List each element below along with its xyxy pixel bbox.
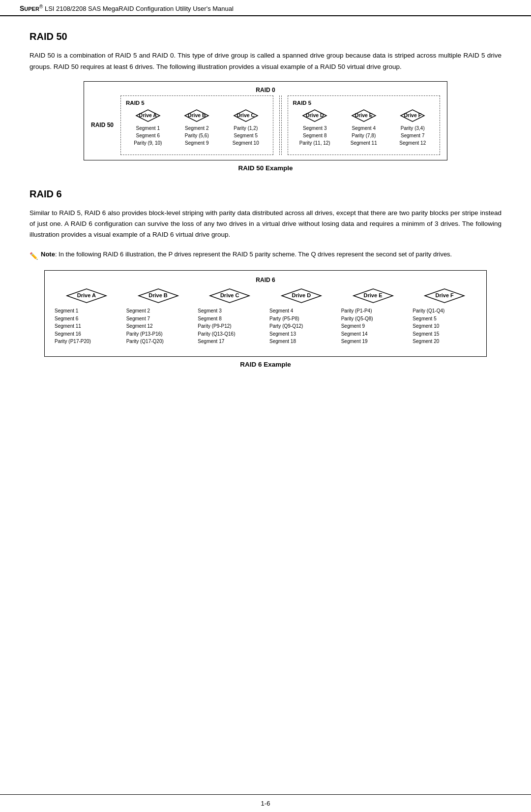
raid6-diagram: RAID 6 Drive A Segment 1Segment 6: [44, 270, 487, 357]
drive-b-diamond: Drive B: [181, 109, 212, 123]
drives-left-row: Drive A Segment 1Segment 6Parity (9, 10): [126, 109, 268, 147]
drive-c-label: Drive C: [236, 112, 255, 118]
raid5-right-label: RAID 5: [293, 100, 435, 106]
raid5-left-label: RAID 5: [126, 100, 268, 106]
header-title: LSI 2108/2208 SAS MegaRAID Configuration…: [45, 5, 234, 12]
raid6-title: RAID 6: [30, 188, 502, 200]
brand: SUPER®: [20, 5, 45, 12]
raid6-drive-c: Drive C Segment 3Segment 8Parity (P9-P12…: [196, 287, 264, 345]
drive-a-segments: Segment 1Segment 6Parity (9, 10): [134, 125, 162, 147]
raid6-drive-e-label: Drive E: [364, 292, 383, 298]
raid6-drive-f-label: Drive F: [436, 292, 454, 298]
raid6-diagram-container: RAID 6 Drive A Segment 1Segment 6: [30, 270, 502, 380]
raid6-drive-a: Drive A Segment 1Segment 6Segment 11Segm…: [53, 287, 120, 345]
raid6-drive-f-diamond: Drive F: [420, 287, 469, 304]
note-icon: ✏️: [30, 250, 38, 261]
drive-c-segments: Parity (1,2)Segment 5Segment 10: [233, 125, 259, 147]
drive-b-segments: Segment 2Parity (5,6)Segment 9: [185, 125, 209, 147]
raid50-left-label: RAID 50: [91, 95, 114, 155]
drive-f-diamond: Drive F: [397, 109, 428, 123]
drive-b-label: Drive B: [188, 112, 206, 118]
page-header: SUPER® LSI 2108/2208 SAS MegaRAID Config…: [0, 0, 531, 16]
raid50-caption: RAID 50 Example: [238, 164, 293, 172]
raid6-drive-b: Drive B Segment 2Segment 7Segment 12Pari…: [124, 287, 192, 345]
raid6-drive-c-label: Drive C: [220, 292, 239, 298]
page-number: 1-6: [261, 800, 270, 807]
brand-name: SUPER: [20, 4, 39, 12]
raid6-drive-e: Drive E Parity (P1-P4)Parity (Q5-Q8)Segm…: [339, 287, 407, 345]
drive-e-segments: Segment 4Parity (7,8)Segment 11: [351, 125, 377, 147]
raid50-inner-row: RAID 50 RAID 5: [91, 95, 440, 155]
drive-e-box: Drive E Segment 4Parity (7,8)Segment 11: [342, 109, 386, 147]
raid6-drive-f: Drive F Parity (Q1-Q4)Segment 5Segment 1…: [411, 287, 478, 345]
raid6-drive-d-label: Drive D: [292, 292, 311, 298]
raid6-drive-c-segments: Segment 3Segment 8Parity (P9-P12)Parity …: [196, 307, 264, 345]
drive-c-diamond: Drive C: [230, 109, 262, 123]
raid6-drive-e-segments: Parity (P1-P4)Parity (Q5-Q8)Segment 9Seg…: [339, 307, 407, 345]
raid6-drive-b-segments: Segment 2Segment 7Segment 12Parity (P13-…: [124, 307, 192, 345]
raid6-body: Similar to RAID 5, RAID 6 also provides …: [30, 208, 502, 241]
raid6-drive-a-diamond: Drive A: [62, 287, 111, 304]
drive-b-box: Drive B Segment 2Parity (5,6)Segment 9: [175, 109, 219, 147]
drive-a-box: Drive A Segment 1Segment 6Parity (9, 10): [126, 109, 170, 147]
raid6-drive-d-segments: Segment 4Party (P5-P8)Party (Q9-Q12)Segm…: [267, 307, 335, 345]
drive-e-diamond: Drive E: [348, 109, 380, 123]
raid6-drive-d-diamond: Drive D: [277, 287, 326, 304]
raid50-title: RAID 50: [30, 31, 502, 42]
drive-d-segments: Segment 3Segment 8Parity (11, 12): [299, 125, 330, 147]
drive-d-box: Drive D Segment 3Segment 8Parity (11, 12…: [293, 109, 337, 147]
raid6-note-box: ✏️ Note: In the following RAID 6 illustr…: [30, 250, 502, 261]
drive-f-label: Drive F: [404, 112, 421, 118]
raid6-drive-b-diamond: Drive B: [134, 287, 183, 304]
raid6-section: RAID 6 Similar to RAID 5, RAID 6 also pr…: [30, 188, 502, 380]
raid50-diagram: RAID 0 RAID 50 RAID 5: [84, 81, 447, 160]
drive-e-label: Drive E: [355, 112, 373, 118]
raid6-note-text: Note: In the following RAID 6 illustrati…: [41, 250, 452, 260]
brand-reg: ®: [39, 4, 43, 9]
main-content: RAID 50 RAID 50 is a combination of RAID…: [0, 16, 531, 794]
raid6-drive-d: Drive D Segment 4Party (P5-P8)Party (Q9-…: [267, 287, 335, 345]
raid6-drive-a-label: Drive A: [77, 292, 96, 298]
raid6-drive-f-segments: Parity (Q1-Q4)Segment 5Segment 10Segment…: [411, 307, 478, 345]
raid6-drive-c-diamond: Drive C: [205, 287, 254, 304]
raid50-body: RAID 50 is a combination of RAID 5 and R…: [30, 50, 502, 72]
raid50-diagram-container: RAID 0 RAID 50 RAID 5: [30, 81, 502, 184]
vertical-separator: [277, 95, 284, 155]
raid6-drives-row: Drive A Segment 1Segment 6Segment 11Segm…: [53, 287, 478, 345]
raid6-drive-b-label: Drive B: [148, 292, 168, 298]
raid50-outer-label: RAID 0: [91, 87, 440, 94]
drive-f-segments: Parity (3,4)Segment 7Segment 12: [399, 125, 426, 147]
drive-d-diamond: Drive D: [299, 109, 330, 123]
drives-right-row: Drive D Segment 3Segment 8Parity (11, 12…: [293, 109, 435, 147]
page: SUPER® LSI 2108/2208 SAS MegaRAID Config…: [0, 0, 531, 812]
raid5-left-box: RAID 5 Drive A: [120, 95, 273, 155]
drive-a-diamond: Drive A: [132, 109, 164, 123]
drive-d-label: Drive D: [306, 112, 324, 118]
raid6-drive-e-diamond: Drive E: [349, 287, 398, 304]
page-footer: 1-6: [0, 794, 531, 812]
drive-a-label: Drive A: [139, 112, 157, 118]
raid6-diagram-label: RAID 6: [53, 277, 478, 283]
raid5-right-box: RAID 5 Drive D: [288, 95, 441, 155]
raid50-section: RAID 50 RAID 50 is a combination of RAID…: [30, 31, 502, 184]
drive-f-box: Drive F Parity (3,4)Segment 7Segment 12: [391, 109, 435, 147]
raid6-drive-a-segments: Segment 1Segment 6Segment 11Segment 16Pa…: [53, 307, 120, 345]
raid6-caption: RAID 6 Example: [240, 361, 291, 368]
drive-c-box: Drive C Parity (1,2)Segment 5Segment 10: [224, 109, 268, 147]
